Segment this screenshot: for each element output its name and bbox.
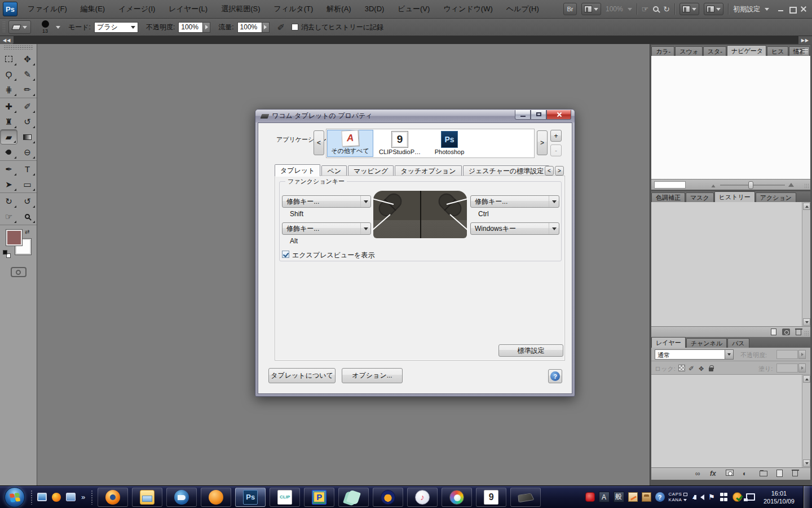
taskbar-thunderbird[interactable] [166,488,197,507]
remove-application-button[interactable]: - [550,144,562,156]
layer-style-icon[interactable]: fx [710,470,716,478]
taskbar-clock[interactable]: 16:01 2015/10/09 [759,489,799,505]
workspace-switcher[interactable]: 初期設定 [733,5,760,14]
add-application-button[interactable]: + [550,130,562,142]
zoom-tool-icon[interactable] [653,6,659,12]
default-colors-icon[interactable] [3,250,11,258]
taskbar-firefox[interactable] [98,488,128,507]
scroll-up-icon[interactable] [803,375,810,383]
dialog-tab[interactable]: タッチオプション [395,165,461,176]
rotate-view-icon[interactable]: ↻ [663,5,670,14]
taskbar-mint[interactable] [338,488,369,507]
panel-tab[interactable]: パス [727,338,749,348]
network-icon[interactable] [746,493,755,501]
brush-preset-picker[interactable]: 13 [37,20,54,34]
panel-tab[interactable]: レイヤー [651,337,686,348]
toolbar-collapse-icon[interactable]: ◀◀ [0,36,14,44]
opacity-spinner[interactable] [203,22,210,33]
path-selection-tool[interactable]: ➤ [0,177,17,192]
flow-field[interactable]: 100% [237,22,262,33]
taskbar-explorer[interactable] [132,488,162,507]
zoom-slider-thumb[interactable] [748,181,753,189]
hand-tool-icon[interactable]: ☞ [642,5,649,14]
panel-resize-grip[interactable] [804,331,810,336]
dialog-tab[interactable]: ジェスチャーの標準設定 [463,165,550,176]
function-key-top-right-select[interactable]: 修飾キー... [470,195,559,208]
options-button[interactable]: オプション... [342,368,403,383]
zoom-tool[interactable] [19,209,36,224]
menu-item[interactable]: 編集(E) [74,0,112,18]
panel-tab[interactable]: アクション [756,192,796,202]
airbrush-icon[interactable]: ✐ [277,22,285,33]
dock-collapse-icon[interactable]: ▶▶ [798,36,812,44]
panel-tab[interactable]: チャンネル [686,338,727,348]
new-layer-icon[interactable] [776,470,783,477]
menu-item[interactable]: ビュー(V) [391,0,436,18]
dialog-close-button[interactable] [546,110,571,120]
3d-rotate-tool[interactable]: ↻ [0,194,17,209]
ime-toolbox-icon[interactable] [642,492,651,502]
dodge-tool[interactable]: ⊖ [19,144,36,160]
quick-launch-chevron-icon[interactable]: » [81,493,85,501]
volume-icon[interactable] [700,494,704,500]
zoom-level[interactable]: 100% [606,5,623,13]
menu-item[interactable]: レイヤー(L) [162,0,214,18]
pen-tool[interactable]: ✒ [0,161,17,177]
function-key-top-left-select[interactable]: 修飾キー... [282,195,371,208]
menu-item[interactable]: 選択範囲(S) [214,0,267,18]
eraser-tool[interactable]: ▰ [0,129,17,144]
quick-launch-desktop-icon[interactable] [37,493,47,501]
ime-caps-kana-indicator[interactable]: CAPS KANA [669,492,688,503]
taskbar-clip[interactable]: CLIP [270,488,300,507]
screen-mode-button[interactable] [704,3,723,15]
panel-tab[interactable]: カラ- [651,46,674,56]
new-snapshot-icon[interactable] [782,329,790,335]
menu-item[interactable]: 解析(A) [320,0,358,18]
lock-image-pixels-icon[interactable] [689,365,695,371]
bridge-button[interactable]: Br [563,3,577,15]
eyedropper-tool[interactable]: ✏ [19,82,36,97]
taskbar-grip[interactable] [91,490,93,505]
application-scroll-right-button[interactable]: > [537,130,548,155]
new-document-from-state-icon[interactable] [771,329,776,335]
dialog-tab[interactable]: マッピング [348,165,394,176]
quick-launch-firefox-icon[interactable] [52,493,61,502]
dialog-minimize-button[interactable] [515,110,531,120]
swap-colors-icon[interactable]: ⇄ [25,229,29,235]
taskbar-pictbear[interactable]: P [304,488,334,507]
panel-tab[interactable]: 色調補正 [651,192,685,202]
quick-mask-button[interactable] [11,267,27,277]
rectangular-marquee-tool[interactable] [0,51,17,67]
action-center-flag-icon[interactable]: ⚑ [708,493,715,501]
crop-tool[interactable]: ⋕ [0,82,17,97]
adjustment-layer-icon[interactable]: ◐ [743,470,747,478]
show-desktop-button[interactable] [803,486,810,508]
app-photoshop[interactable]: Ps Photoshop [426,130,473,157]
lock-all-icon[interactable] [709,367,713,371]
scroll-down-icon[interactable] [803,459,810,467]
menu-item[interactable]: ファイル(F) [21,0,74,18]
quick-selection-tool[interactable]: ✎ [19,67,36,82]
lock-position-icon[interactable] [699,365,705,371]
arrange-documents-button[interactable] [679,3,699,15]
layers-scrollbar[interactable] [802,375,810,467]
clone-stamp-tool[interactable]: ♜ [0,114,17,129]
tab-scroll-right-button[interactable]: > [555,166,564,176]
blend-mode-select[interactable]: 通常 [655,349,734,360]
panel-tab[interactable]: ヒス [767,46,788,56]
ime-input-mode-icon[interactable]: A [599,492,610,502]
navigator-zoom-field[interactable] [654,181,686,189]
lock-transparent-pixels-icon[interactable] [678,365,685,371]
app-clip-studio[interactable]: 9 CLIPStudioP… [377,130,423,157]
dialog-tab[interactable]: タブレット [275,164,320,176]
move-tool[interactable]: ✥ [19,51,36,67]
foreground-color-swatch[interactable] [6,230,22,246]
zoom-out-mountain-icon[interactable] [712,185,716,187]
antivirus-status-icon[interactable] [732,492,742,502]
taskbar-wacom[interactable] [510,488,541,507]
history-scrollbar[interactable] [802,202,810,326]
taskbar-clipstudio[interactable]: 9 [476,488,506,507]
brush-picker-arrow-icon[interactable] [56,26,60,29]
about-tablet-button[interactable]: タブレットについて [268,368,336,383]
panel-resize-grip[interactable] [804,183,810,189]
